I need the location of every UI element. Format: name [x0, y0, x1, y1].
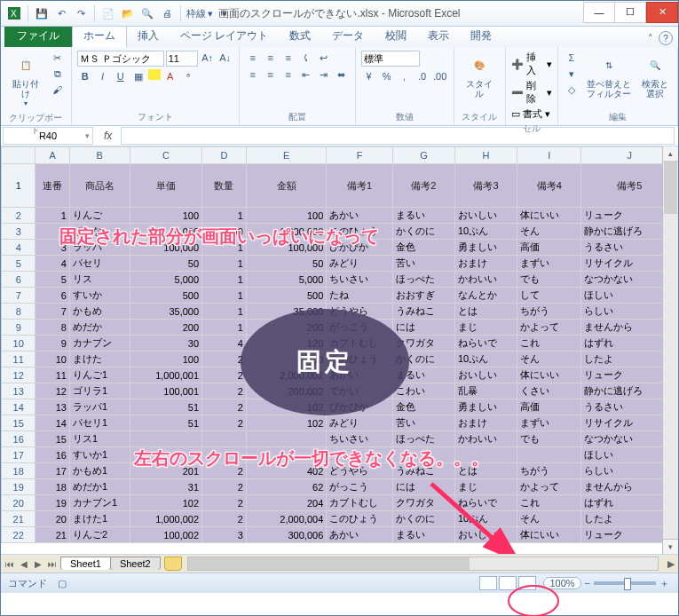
cell[interactable]: カブトむし: [327, 495, 393, 511]
cell[interactable]: [246, 447, 326, 463]
cell[interactable]: まけた1: [69, 511, 130, 527]
new-sheet-button[interactable]: [164, 557, 182, 571]
help-icon[interactable]: ?: [659, 31, 673, 45]
cell[interactable]: かわいい: [454, 431, 517, 447]
align-right-icon[interactable]: ≡: [280, 67, 296, 82]
decrease-font-icon[interactable]: A↓: [217, 51, 233, 65]
cell[interactable]: 500: [246, 288, 326, 304]
column-header[interactable]: B: [69, 147, 130, 164]
cell[interactable]: 20: [36, 511, 69, 527]
cell[interactable]: 金色: [392, 240, 454, 256]
cell[interactable]: おまけ: [454, 415, 517, 431]
cell[interactable]: [130, 447, 201, 463]
cell[interactable]: 1: [202, 320, 247, 336]
row-header[interactable]: 4: [2, 240, 36, 256]
cell[interactable]: カナブン1: [69, 495, 130, 511]
cell[interactable]: かよって: [517, 479, 581, 495]
cell[interactable]: 2: [202, 479, 247, 495]
cell[interactable]: これ: [517, 495, 581, 511]
format-cells-button[interactable]: ▭書式 ▾: [511, 107, 550, 121]
cell[interactable]: 17: [36, 463, 69, 479]
insert-cells-button[interactable]: ➕挿入 ▾: [511, 51, 552, 77]
zoom-value[interactable]: 100%: [543, 577, 580, 589]
cell[interactable]: 200: [130, 320, 201, 336]
name-box[interactable]: R40: [3, 127, 93, 145]
cell[interactable]: かくのに: [392, 224, 454, 240]
cell[interactable]: 1,000,001: [130, 367, 201, 383]
merge-cells-icon[interactable]: ⬌: [334, 67, 350, 82]
cell[interactable]: 5,000: [130, 272, 201, 288]
column-header[interactable]: A: [36, 147, 69, 164]
row-header[interactable]: 10: [2, 336, 36, 351]
cell[interactable]: ゴリラ1: [69, 383, 130, 399]
cell[interactable]: 50: [130, 256, 201, 272]
cell[interactable]: 2: [202, 351, 247, 367]
cell[interactable]: なんとか: [454, 288, 517, 304]
row-header[interactable]: 7: [2, 288, 36, 304]
cell[interactable]: 50: [246, 256, 326, 272]
cell[interactable]: 21: [36, 527, 69, 543]
cell[interactable]: 31: [130, 479, 201, 495]
cell[interactable]: [202, 447, 247, 463]
cell[interactable]: ちがう: [517, 463, 581, 479]
select-all-corner[interactable]: [2, 147, 36, 164]
cell[interactable]: こわい: [392, 383, 454, 399]
cell[interactable]: 102: [246, 415, 326, 431]
cell[interactable]: がっこう: [327, 320, 393, 336]
scroll-thumb[interactable]: [664, 161, 677, 214]
table-header-cell[interactable]: 単価: [130, 164, 201, 208]
cell[interactable]: 12: [36, 383, 69, 399]
cell[interactable]: そん: [517, 511, 581, 527]
sort-filter-button[interactable]: ⇅ 並べ替えと フィルター: [583, 51, 635, 100]
cell[interactable]: 9: [36, 336, 69, 351]
cell[interactable]: 100: [246, 208, 326, 224]
cell[interactable]: [327, 447, 393, 463]
cell[interactable]: めだか1: [69, 479, 130, 495]
cell[interactable]: みどり: [327, 415, 393, 431]
cell[interactable]: 苦い: [392, 415, 454, 431]
cell[interactable]: 18: [36, 479, 69, 495]
cell[interactable]: 1,000,000: [246, 224, 326, 240]
cell[interactable]: パセリ1: [69, 415, 130, 431]
cell[interactable]: 35,000: [246, 304, 326, 320]
find-select-button[interactable]: 🔍 検索と 選択: [638, 51, 672, 100]
cell[interactable]: 500: [130, 288, 201, 304]
cell[interactable]: ぴかぴか: [327, 240, 393, 256]
cell[interactable]: かわいい: [454, 272, 517, 288]
cell[interactable]: 体にいい: [517, 527, 581, 543]
cell[interactable]: おまけ: [454, 256, 517, 272]
page-break-view-button[interactable]: [518, 576, 536, 590]
file-tab[interactable]: ファイル: [4, 25, 72, 47]
row-header[interactable]: 22: [2, 527, 36, 543]
column-header[interactable]: H: [454, 147, 517, 164]
cell[interactable]: 2: [202, 383, 247, 399]
cell[interactable]: くさい: [517, 383, 581, 399]
cell[interactable]: これ: [517, 336, 581, 351]
cell[interactable]: カブトむし: [327, 336, 393, 351]
cell[interactable]: りんご1: [69, 367, 130, 383]
percent-icon[interactable]: %: [379, 69, 395, 83]
font-color-button[interactable]: A: [162, 69, 178, 83]
cell[interactable]: ぴかぴか: [327, 399, 393, 415]
row-header[interactable]: 2: [2, 208, 36, 224]
horizontal-scrollbar[interactable]: [187, 557, 659, 571]
scroll-up-button[interactable]: ▴: [663, 146, 678, 162]
cell[interactable]: かくのに: [392, 511, 454, 527]
cell[interactable]: 100: [130, 351, 201, 367]
cell[interactable]: 勇ましい: [454, 240, 517, 256]
table-header-cell[interactable]: 備考3: [454, 164, 517, 208]
cell[interactable]: 2: [36, 224, 69, 240]
column-header[interactable]: C: [130, 147, 201, 164]
macro-record-icon[interactable]: ▢: [58, 578, 67, 589]
cell[interactable]: 金色: [392, 399, 454, 415]
format-painter-icon[interactable]: 🖌: [50, 83, 66, 97]
cell[interactable]: 300,006: [246, 527, 326, 543]
paste-button[interactable]: 📋 貼り付け ▾: [6, 51, 46, 110]
cell[interactable]: おいしい: [454, 367, 517, 383]
maximize-button[interactable]: ☐: [615, 2, 646, 23]
cell[interactable]: 100,001: [130, 383, 201, 399]
cell[interactable]: 1: [202, 288, 247, 304]
zoom-slider[interactable]: [594, 581, 656, 585]
ribbon-tab[interactable]: 表示: [417, 25, 460, 47]
cell[interactable]: でも: [517, 272, 581, 288]
